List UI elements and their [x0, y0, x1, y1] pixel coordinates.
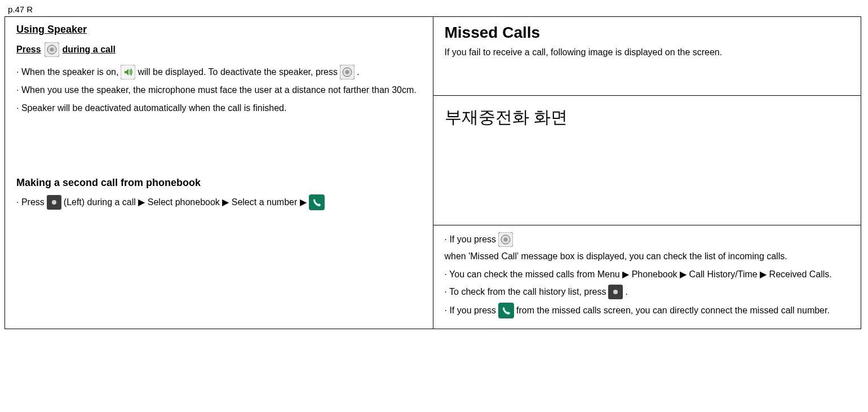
heading-missed-calls: Missed Calls: [445, 24, 850, 42]
text: (Left) during a call ▶ Select phonebook …: [64, 195, 307, 210]
svg-point-2: [50, 48, 54, 52]
text: · To check from the call history list, p…: [445, 285, 606, 299]
text: from the missed calls screen, you can di…: [516, 303, 830, 318]
right-top-cell: Missed Calls If you fail to receive a ca…: [433, 17, 861, 96]
speaker-button-icon: [45, 42, 59, 57]
svg-point-6: [346, 70, 349, 74]
svg-point-12: [504, 238, 508, 242]
korean-caption: 부재중전화 화면: [445, 103, 850, 129]
bullet-direct-connect: · If you press from the missed calls scr…: [445, 303, 850, 318]
bullet-second-call-steps: · Press (Left) during a call ▶ Select ph…: [16, 194, 422, 210]
bullet-auto-deactivate: · Speaker will be deactivated automatica…: [16, 101, 422, 116]
bullet-mic-distance: · When you use the speaker, the micropho…: [16, 83, 422, 98]
text: .: [625, 285, 627, 299]
center-button-icon: [498, 232, 513, 247]
svg-rect-9: [309, 194, 325, 210]
svg-point-14: [613, 290, 618, 294]
bullet-menu-path: · You can check the missed calls from Me…: [445, 267, 850, 282]
text: .: [357, 65, 359, 79]
softkey-left-icon: [47, 195, 61, 210]
text: · If you press: [445, 232, 497, 247]
press-suffix: during a call: [63, 45, 116, 55]
text: · Press: [16, 195, 45, 210]
svg-point-8: [52, 200, 56, 205]
call-green-icon: [309, 194, 325, 210]
heading-using-speaker: Using Speaker: [16, 24, 422, 36]
right-mid-cell: 부재중전화 화면: [433, 96, 861, 225]
right-bottom-cell: · If you press when 'Missed Call' messag…: [433, 225, 861, 329]
bullet-press-check-list: · If you press when 'Missed Call' messag…: [445, 232, 850, 264]
page-table: Using Speaker Press during a call · When…: [5, 16, 861, 329]
press-during-call: Press during a call: [16, 42, 422, 57]
text: when 'Missed Call' message box is displa…: [445, 249, 787, 264]
heading-second-call: Making a second call from phonebook: [16, 177, 422, 189]
bullet-history-press: · To check from the call history list, p…: [445, 285, 850, 299]
speaker-button-icon: [340, 65, 355, 79]
text: · If you press: [445, 303, 497, 318]
left-column: Using Speaker Press during a call · When…: [5, 17, 433, 329]
softkey-dark-icon: [608, 285, 623, 299]
svg-rect-15: [498, 303, 514, 318]
speaker-active-icon: [121, 65, 135, 79]
missed-calls-intro: If you fail to receive a call, following…: [445, 45, 850, 60]
text: will be displayed. To deactivate the spe…: [138, 65, 338, 79]
call-green-icon: [498, 303, 514, 318]
text: · When the speaker is on,: [16, 65, 118, 79]
press-prefix: Press: [16, 45, 41, 55]
page-number: p.47 R: [5, 5, 863, 14]
bullet-speaker-on: · When the speaker is on, will be displa…: [16, 65, 422, 79]
